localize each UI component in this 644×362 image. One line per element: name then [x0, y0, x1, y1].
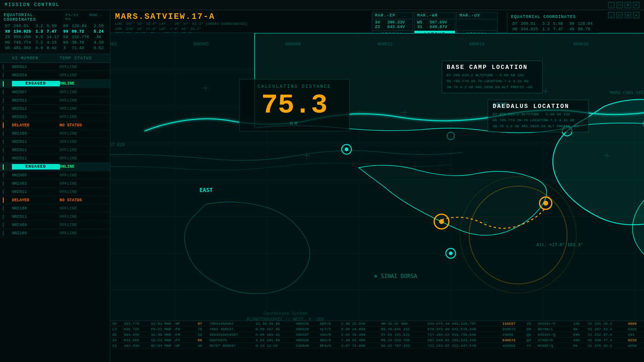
- list-item: NRZ011 OFFLINE: [0, 188, 110, 196]
- xi-name: NRZ012: [12, 65, 60, 69]
- daedalus-data: D7 869.513.2 ALTITUDE - 5.50 58 132H5 74…: [493, 112, 584, 129]
- status-dot: [3, 214, 12, 219]
- xi-status: OFFLINE: [60, 181, 108, 186]
- distance-value: 75.3: [249, 91, 340, 119]
- list-item: NRZ011 OFFLINE: [0, 96, 110, 105]
- base-camp-data: D7 269.513.2 ALTITUDE - 5.50 58 132H5 74…: [447, 73, 538, 90]
- top-header: MARS.SATVIEW.17-A LON. 297° 32' 12.3" LA…: [110, 10, 644, 33]
- xi-status: OFFLINE: [60, 98, 108, 103]
- xi-name: NRZ011: [12, 98, 60, 103]
- distance-panel: CALCULATING DISTANCE 75.3 KM: [239, 79, 350, 131]
- xi-name: NRZ190: [12, 131, 60, 136]
- xi-header: XI NUMBER TEMP STATUS: [0, 54, 110, 63]
- list-item: NRZ409 OFFLINE: [0, 221, 110, 229]
- top-right-controls: _ □ ⊡ ×: [608, 12, 639, 18]
- xi-status: OFFLINE: [60, 215, 108, 219]
- xi-status: OFFLINE: [60, 107, 108, 111]
- xi-status: NO STATUS: [60, 198, 108, 203]
- top-minimize-btn[interactable]: _: [608, 12, 615, 18]
- mars-map-svg: Max Dimming: 1st Solar Longitude: 0.000 …: [110, 33, 644, 321]
- svg-text:⊕ SINAI DORSA: ⊕ SINAI DORSA: [374, 273, 417, 279]
- xi-status: OFFLINE: [60, 65, 108, 69]
- xi-name: NRZ409: [12, 223, 60, 227]
- status-dot: [3, 64, 12, 69]
- xi-name: NRZ011: [12, 107, 60, 111]
- xi-name: NRZ492: [12, 181, 60, 186]
- title-bar: MISSION CONTROL _ □ ⊡ ×: [0, 0, 644, 10]
- xi-list: XI NUMBER TEMP STATUS NRZ012 OFFLINE NRZ…: [0, 54, 110, 362]
- svg-point-29: [439, 219, 444, 224]
- top-tile-btn[interactable]: ⊡: [625, 12, 631, 18]
- status-dot: [3, 156, 12, 161]
- svg-text:Coordinate System: Coordinate System: [264, 311, 308, 316]
- xi-name: ENGAGED: [12, 81, 60, 86]
- xi-status: OFFLINE: [60, 156, 108, 161]
- status-dot: [3, 164, 12, 170]
- sat-panel-body: W5 567.69V31 649.87V: [414, 19, 455, 30]
- window-controls: _ □ ⊡ ×: [608, 2, 639, 8]
- coord-table: D7269.513.25.5089126.842.58X8134.9251.37…: [4, 23, 106, 51]
- distance-unit: KM: [249, 121, 340, 126]
- svg-text:Alt. +17.6° 163.3°: Alt. +17.6° 163.3°: [536, 242, 583, 247]
- sat-panel-header: MAR.-WR: [414, 12, 455, 19]
- svg-text:000005: 000005: [193, 41, 209, 46]
- calc-label: CALCULATING DISTANCE: [249, 84, 340, 89]
- list-item: NRZ011 OFFLINE: [0, 138, 110, 146]
- top-close-btn[interactable]: ×: [633, 12, 639, 18]
- svg-text:Solar Longitude: 0.000 - 1.0 =: Solar Longitude: 0.000 - 1.0 = 267.020: [110, 142, 125, 147]
- status-dot: [3, 131, 12, 136]
- svg-text:000008: 000008: [285, 41, 301, 46]
- list-item: NRZ011 OFFLINE: [0, 105, 110, 113]
- xi-status: OFFLINE: [60, 90, 108, 95]
- status-dot: [3, 73, 12, 78]
- xi-name: NRZ605: [12, 173, 60, 178]
- status-dot: [3, 222, 12, 227]
- xi-name: NRZ623: [12, 115, 60, 119]
- table-row: 23633.65VCE/23 MAR -PY66056756751.02 101…: [110, 338, 644, 343]
- maximize-btn[interactable]: □: [616, 2, 623, 8]
- xi-status: OFFLINE: [60, 231, 108, 236]
- close-btn[interactable]: ×: [633, 2, 639, 8]
- status-dot: [3, 81, 12, 86]
- svg-point-40: [449, 251, 453, 255]
- xi-status: ONLINE: [60, 81, 108, 86]
- status-dot: [3, 147, 12, 153]
- xi-status: OFFLINE: [60, 131, 108, 136]
- coord-line1: LON. 297° 32' 12.3" LAT. - 20° 57' 51.1"…: [115, 22, 362, 26]
- status-dot: [3, 98, 12, 103]
- svg-text:EAST: EAST: [200, 187, 213, 193]
- table-row: 23434.43VBC/94 MAR -UF4665757 6896870.19…: [110, 343, 644, 349]
- top-maximize-btn[interactable]: □: [616, 12, 623, 18]
- xi-name: NRZ654: [12, 73, 60, 78]
- svg-text:000011: 000011: [377, 41, 393, 46]
- status-dot: [3, 90, 12, 95]
- xi-status: OFFLINE: [60, 223, 108, 227]
- table-row: 56333.77VE2/62 MAR -NP877865945696211.30…: [110, 321, 644, 327]
- xi-name: NRZ011: [12, 156, 60, 161]
- xi-name: NRZ011: [12, 140, 60, 144]
- list-item: ENGAGED ONLINE: [0, 79, 110, 88]
- list-item: NRZ011 OFFLINE: [0, 213, 110, 221]
- map-and-bottom: Max Dimming: 1st Solar Longitude: 0.000 …: [110, 33, 644, 362]
- daedalus-panel: DAEDALUS LOCATION D7 869.513.2 ALTITUDE …: [488, 100, 589, 132]
- satellite-title: MARS.SATVIEW.17-A: [115, 12, 362, 21]
- list-item: DELAYED NO STATUS: [0, 121, 110, 130]
- status-dot: [3, 106, 12, 111]
- sat-panel-body: 34 396.33VZ3 643.64V: [372, 19, 413, 30]
- tile-btn[interactable]: ⊡: [625, 2, 631, 8]
- list-item: NRZ190 OFFLINE: [0, 130, 110, 138]
- app-title: MISSION CONTROL: [5, 2, 60, 7]
- data-table: 56333.77VE2/62 MAR -NP877865945696211.30…: [110, 321, 644, 349]
- table-row: 96564.43VGC/38 MAR -FM5935643564545670.8…: [110, 332, 644, 338]
- list-item: NRZ012 OFFLINE: [0, 63, 110, 71]
- eq-coords-title: EQUATORIAL COORDINATES PS/22 MAR.-PH: [4, 13, 106, 22]
- list-item: NRZ011 OFFLINE: [0, 146, 110, 154]
- minimize-btn[interactable]: _: [608, 2, 615, 8]
- status-dot: [3, 189, 12, 194]
- sat-panel-header: MAR.-EP: [372, 12, 413, 19]
- xi-status: OFFLINE: [60, 206, 108, 211]
- table-row: L2635.72VP5/22 MAR -PH787893 4565370.66 …: [110, 327, 644, 332]
- list-item: NRZ567 OFFLINE: [0, 88, 110, 96]
- status-dot: [3, 231, 12, 236]
- svg-text:PLANETOGRAPHIC // WEST, 0 -360: PLANETOGRAPHIC // WEST, 0 -360: [247, 317, 324, 321]
